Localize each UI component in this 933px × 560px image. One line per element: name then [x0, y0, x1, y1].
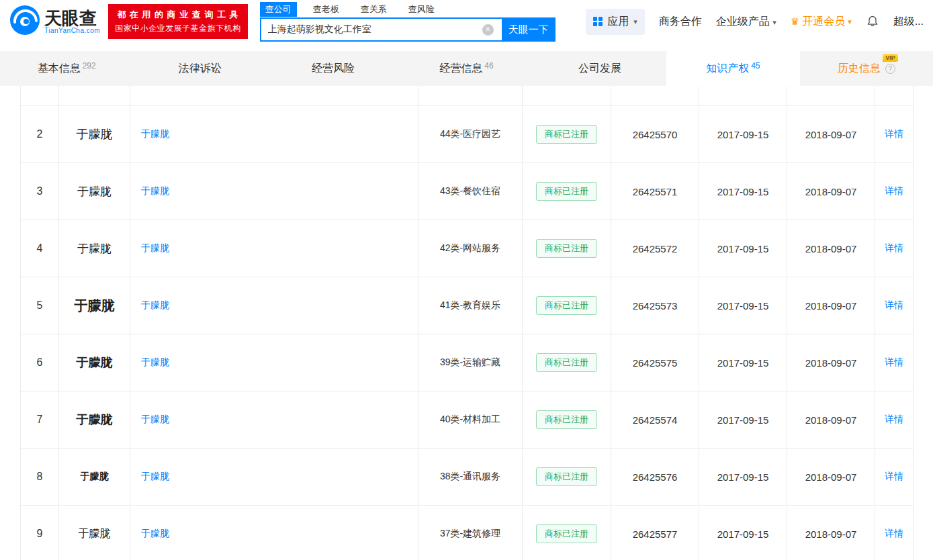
section-tabs: 基本信息 292 法律诉讼 经营风险 经营信息 46 公司发展 知识产权 45 …	[0, 51, 933, 86]
table-row: 7 于朦胧 于朦胧 40类-材料加工 商标已注册 26425574 2017-0…	[21, 391, 914, 449]
trademark-name-cell: 于朦胧	[130, 449, 418, 505]
status-badge: 商标已注册	[536, 353, 597, 372]
clear-search-icon[interactable]: ×	[482, 24, 494, 36]
trademark-name-link[interactable]: 于朦胧	[141, 128, 169, 140]
table-row: 8 于朦胧 于朦胧 38类-通讯服务 商标已注册 26425576 2017-0…	[21, 449, 914, 506]
status-badge: 商标已注册	[536, 239, 597, 258]
help-icon[interactable]: ?	[885, 64, 895, 74]
tianyancha-logo-icon	[9, 5, 40, 38]
search-tab-relation[interactable]: 查关系	[355, 2, 392, 17]
trademark-image-text: 于朦胧	[77, 126, 113, 142]
tab-label: 历史信息	[838, 62, 881, 74]
menu-business-cooperation[interactable]: 商务合作	[659, 15, 702, 29]
row-index: 8	[21, 449, 59, 505]
detail-cell: 详情	[875, 334, 914, 391]
table-row-partial	[21, 86, 914, 106]
registration-number: 26425576	[611, 449, 699, 505]
trademark-name-cell: 于朦胧	[130, 334, 418, 391]
detail-link[interactable]: 详情	[885, 414, 903, 426]
tab-operating-risk[interactable]: 经营风险	[267, 51, 400, 86]
promo-line2: 国家中小企业发展子基金旗下机构	[115, 23, 241, 34]
row-index: 5	[21, 277, 59, 334]
application-date: 2017-09-15	[699, 506, 787, 560]
crown-icon: ♛	[791, 15, 799, 28]
menu-super-vip[interactable]: 超级...	[893, 15, 924, 29]
search-button[interactable]: 天眼一下	[502, 17, 556, 42]
row-index: 6	[21, 334, 59, 391]
registration-date: 2018-09-07	[787, 163, 875, 220]
status-cell: 商标已注册	[523, 391, 611, 448]
table-row: 6 于朦胧 于朦胧 39类-运输贮藏 商标已注册 26425575 2017-0…	[21, 334, 914, 391]
trademark-table-body: 2 于朦胧 于朦胧 44类-医疗园艺 商标已注册 26425570 2017-0…	[21, 106, 914, 560]
application-date: 2017-09-15	[699, 391, 787, 448]
trademark-name-link[interactable]: 于朦胧	[141, 242, 169, 254]
trademark-category: 38类-通讯服务	[418, 449, 523, 505]
detail-cell: 详情	[875, 506, 914, 560]
detail-link[interactable]: 详情	[885, 128, 903, 140]
search-input[interactable]	[260, 17, 502, 42]
trademark-name-link[interactable]: 于朦胧	[141, 299, 169, 312]
trademark-image-cell: 于朦胧	[59, 106, 130, 162]
tab-history-info[interactable]: 历史信息 VIP ?	[800, 51, 933, 86]
tab-count: 45	[751, 61, 760, 71]
detail-cell: 详情	[875, 391, 914, 448]
tab-intellectual-property[interactable]: 知识产权 45	[666, 51, 799, 86]
trademark-category: 41类-教育娱乐	[418, 277, 523, 334]
trademark-table: 2 于朦胧 于朦胧 44类-医疗园艺 商标已注册 26425570 2017-0…	[20, 86, 914, 560]
tab-company-development[interactable]: 公司发展	[533, 51, 666, 86]
search-tab-risk[interactable]: 查风险	[403, 2, 440, 17]
header-right-menu: 应用 ▾ 商务合作 企业级产品 ▾ ♛ 开通会员 ▾ 超级...	[586, 9, 924, 35]
trademark-category: 42类-网站服务	[418, 220, 523, 277]
trademark-category: 39类-运输贮藏	[418, 334, 523, 391]
detail-link[interactable]: 详情	[885, 242, 903, 254]
trademark-image-cell: 于朦胧	[59, 506, 130, 560]
table-row: 4 于朦胧 于朦胧 42类-网站服务 商标已注册 26425572 2017-0…	[21, 220, 914, 277]
detail-link[interactable]: 详情	[885, 299, 903, 312]
detail-link[interactable]: 详情	[885, 471, 903, 483]
trademark-name-cell: 于朦胧	[130, 220, 418, 277]
trademark-name-cell: 于朦胧	[130, 163, 418, 220]
trademark-image-text: 于朦胧	[77, 412, 113, 428]
apps-menu[interactable]: 应用 ▾	[586, 9, 645, 35]
application-date: 2017-09-15	[699, 449, 787, 505]
vip-badge: VIP	[883, 54, 898, 62]
trademark-image-cell: 于朦胧	[59, 220, 130, 277]
detail-cell: 详情	[875, 277, 914, 334]
detail-link[interactable]: 详情	[885, 185, 903, 197]
open-membership-menu[interactable]: ♛ 开通会员 ▾	[791, 15, 852, 29]
status-cell: 商标已注册	[523, 334, 611, 391]
trademark-image-text: 于朦胧	[79, 527, 111, 541]
trademark-name-link[interactable]: 于朦胧	[141, 471, 169, 483]
tianyancha-logo[interactable]: 天眼查 TianYanCha.com	[9, 5, 100, 38]
notification-bell-icon[interactable]	[866, 15, 879, 28]
trademark-name-link[interactable]: 于朦胧	[141, 528, 169, 540]
search-tab-company[interactable]: 查公司	[260, 2, 297, 17]
status-badge: 商标已注册	[536, 410, 597, 429]
status-badge: 商标已注册	[536, 467, 597, 486]
trademark-image-text: 于朦胧	[81, 471, 109, 483]
status-badge: 商标已注册	[536, 296, 597, 315]
membership-label: 开通会员	[802, 15, 845, 29]
trademark-name-link[interactable]: 于朦胧	[141, 185, 169, 197]
row-index: 7	[21, 391, 59, 448]
detail-link[interactable]: 详情	[885, 528, 903, 540]
trademark-name-cell: 于朦胧	[130, 106, 418, 162]
registration-number: 26425570	[611, 106, 699, 162]
trademark-category: 44类-医疗园艺	[418, 106, 523, 162]
tab-legal-proceedings[interactable]: 法律诉讼	[133, 51, 266, 86]
tab-label: 经营信息	[439, 62, 482, 76]
detail-link[interactable]: 详情	[885, 357, 903, 369]
search-tab-boss[interactable]: 查老板	[308, 2, 345, 17]
trademark-name-cell: 于朦胧	[130, 506, 418, 560]
tab-operating-info[interactable]: 经营信息 46	[400, 51, 533, 86]
trademark-name-link[interactable]: 于朦胧	[141, 357, 169, 369]
trademark-category: 40类-材料加工	[418, 391, 523, 448]
trademark-image-cell: 于朦胧	[59, 391, 130, 448]
tab-count: 292	[83, 61, 96, 71]
trademark-image-text: 于朦胧	[77, 241, 112, 256]
trademark-name-link[interactable]: 于朦胧	[141, 414, 169, 426]
row-index: 2	[21, 106, 59, 162]
menu-enterprise-products[interactable]: 企业级产品 ▾	[716, 15, 776, 29]
registration-date: 2018-09-07	[787, 334, 875, 391]
tab-basic-info[interactable]: 基本信息 292	[0, 51, 133, 86]
